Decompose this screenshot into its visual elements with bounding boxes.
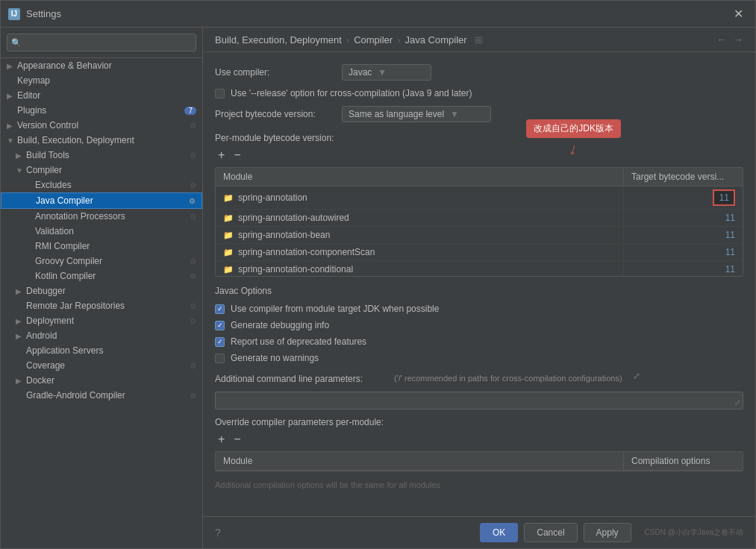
search-input[interactable] bbox=[7, 34, 196, 51]
nav-back-button[interactable]: ← bbox=[716, 34, 727, 46]
checkmark-icon: ✓ bbox=[217, 338, 223, 345]
sidebar-item-excludes[interactable]: Excludes ⚙ bbox=[1, 178, 202, 192]
compiler-dropdown[interactable]: Javac ▼ bbox=[342, 64, 431, 81]
expand-arrow-icon: ▶ bbox=[16, 151, 23, 160]
dialog-footer: ? OK Cancel Apply CSDN @小白学Java之卷不动 bbox=[203, 516, 755, 548]
module-cell: 📁 spring-annotation-componentScan bbox=[216, 244, 623, 260]
option-use-compiler-label: Use compiler from module target JDK when… bbox=[231, 304, 439, 314]
sidebar-item-label: Java Compiler bbox=[36, 195, 93, 206]
sidebar-item-remote-jar[interactable]: Remote Jar Repositories ⚙ bbox=[1, 298, 202, 313]
sidebar-item-label: Excludes bbox=[35, 180, 72, 190]
module-cell: 📁 spring-annotation-conditional bbox=[216, 261, 623, 276]
settings-icon: ⚙ bbox=[190, 151, 196, 160]
sidebar-item-compiler[interactable]: ▼ Compiler bbox=[1, 163, 202, 178]
dialog-content: 🔍 ▶ Appearance & Behavior Keymap ▶ Edito… bbox=[1, 28, 755, 548]
dropdown-arrow-icon: ▼ bbox=[378, 67, 387, 78]
sidebar-item-docker[interactable]: ▶ Docker bbox=[1, 373, 202, 388]
override-toolbar: + − bbox=[215, 432, 743, 447]
sidebar-item-build-tools[interactable]: ▶ Build Tools ⚙ bbox=[1, 148, 202, 163]
per-module-toolbar: + − bbox=[215, 148, 743, 163]
table-body: 📁 spring-annotation 11 📁 spring-annotati… bbox=[216, 186, 743, 276]
target-cell: 11 bbox=[623, 210, 743, 226]
per-module-table: Module Target bytecode versi... 📁 spring… bbox=[215, 167, 743, 277]
override-label: Override compiler parameters per-module: bbox=[215, 417, 743, 427]
expand-arrow-icon: ▼ bbox=[7, 137, 14, 145]
option-deprecated-checkbox[interactable]: ✓ bbox=[215, 337, 225, 347]
sidebar-item-kotlin-compiler[interactable]: Kotlin Compiler ⚙ bbox=[1, 269, 202, 283]
target-cell: 11 bbox=[623, 244, 743, 260]
nav-forward-button[interactable]: → bbox=[733, 34, 743, 46]
module-icon: 📁 bbox=[223, 213, 234, 223]
remove-override-button[interactable]: − bbox=[231, 432, 243, 447]
sidebar-item-deployment[interactable]: ▶ Deployment ⚙ bbox=[1, 313, 202, 328]
sidebar-item-annotation-processors[interactable]: Annotation Processors ⚙ bbox=[1, 209, 202, 224]
apply-button[interactable]: Apply bbox=[584, 523, 631, 542]
nav-arrows: ← → bbox=[716, 34, 743, 46]
expand-arrow-icon: ▶ bbox=[16, 317, 23, 325]
expand-arrow-icon: ▶ bbox=[16, 287, 23, 295]
option-debug-checkbox[interactable]: ✓ bbox=[215, 321, 225, 330]
table-row[interactable]: 📁 spring-annotation-conditional 11 bbox=[216, 261, 743, 276]
remove-module-button[interactable]: − bbox=[231, 148, 243, 163]
table-row[interactable]: 📁 spring-annotation-componentScan 11 bbox=[216, 244, 743, 261]
sidebar-item-android[interactable]: ▶ Android bbox=[1, 328, 202, 343]
expand-params-button[interactable]: ⤢ bbox=[633, 371, 640, 381]
module-icon: 📁 bbox=[223, 193, 234, 203]
cancel-button[interactable]: Cancel bbox=[524, 523, 577, 542]
sidebar-item-label: Groovy Compiler bbox=[35, 256, 102, 266]
settings-icon: ⚙ bbox=[190, 213, 196, 221]
title-bar: IJ Settings ✕ bbox=[1, 1, 755, 28]
release-option-checkbox[interactable] bbox=[215, 89, 225, 98]
sidebar-item-label: Android bbox=[26, 330, 57, 341]
search-icon: 🔍 bbox=[11, 38, 22, 48]
breadcrumb-bar: Build, Execution, Deployment › Compiler … bbox=[203, 28, 755, 52]
checkmark-icon: ✓ bbox=[217, 305, 223, 313]
expand-icon: ⤢ bbox=[734, 398, 740, 407]
sidebar-item-label: Coverage bbox=[26, 360, 65, 371]
sidebar-item-version-control[interactable]: ▶ Version Control ⚙ bbox=[1, 118, 202, 133]
sidebar-item-java-compiler[interactable]: Java Compiler ⚙ bbox=[1, 192, 202, 209]
sidebar-item-label: RMI Compiler bbox=[35, 241, 90, 251]
module-cell: 📁 spring-annotation-autowired bbox=[216, 210, 623, 226]
plugins-badge: 7 bbox=[184, 107, 196, 115]
sidebar-item-build-exec[interactable]: ▼ Build, Execution, Deployment bbox=[1, 133, 202, 148]
sidebar-item-coverage[interactable]: Coverage ⚙ bbox=[1, 358, 202, 373]
checkmark-icon: ✓ bbox=[217, 321, 223, 329]
table-row[interactable]: 📁 spring-annotation 11 bbox=[216, 186, 743, 210]
breadcrumb-separator: › bbox=[346, 34, 349, 46]
add-override-button[interactable]: + bbox=[215, 432, 228, 447]
cmd-params-input[interactable] bbox=[215, 392, 743, 410]
sidebar-item-label: Plugins bbox=[17, 105, 46, 116]
option-debug-row: ✓ Generate debugging info bbox=[215, 320, 743, 330]
sidebar-item-groovy-compiler[interactable]: Groovy Compiler ⚙ bbox=[1, 254, 202, 269]
table-row[interactable]: 📁 spring-annotation-bean 11 bbox=[216, 227, 743, 244]
expand-arrow-icon: ▶ bbox=[7, 92, 14, 100]
target-cell: 11 bbox=[623, 261, 743, 276]
dropdown-arrow-icon-2: ▼ bbox=[450, 109, 459, 119]
option-no-warnings-checkbox[interactable] bbox=[215, 354, 225, 363]
settings-icon: ⚙ bbox=[190, 257, 196, 266]
sidebar-item-editor[interactable]: ▶ Editor bbox=[1, 88, 202, 103]
sidebar-item-label: Kotlin Compiler bbox=[35, 271, 96, 281]
help-icon[interactable]: ? bbox=[215, 527, 221, 539]
close-button[interactable]: ✕ bbox=[729, 5, 748, 22]
sidebar-item-validation[interactable]: Validation bbox=[1, 224, 202, 239]
expand-arrow-icon: ▶ bbox=[7, 122, 14, 130]
expand-arrow-icon: ▶ bbox=[7, 62, 14, 70]
sidebar-item-appearance[interactable]: ▶ Appearance & Behavior bbox=[1, 58, 202, 73]
sidebar-item-plugins[interactable]: Plugins 7 bbox=[1, 103, 202, 118]
bytecode-version-dropdown[interactable]: Same as language level ▼ bbox=[342, 106, 491, 122]
sidebar-item-app-servers[interactable]: Application Servers bbox=[1, 343, 202, 358]
table-row[interactable]: 📁 spring-annotation-autowired 11 bbox=[216, 210, 743, 227]
search-wrap: 🔍 bbox=[7, 34, 196, 51]
table-header: Module Target bytecode versi... bbox=[216, 168, 743, 186]
settings-icon: ⚙ bbox=[189, 197, 196, 205]
sidebar-item-debugger[interactable]: ▶ Debugger bbox=[1, 283, 202, 298]
sidebar-item-rmi-compiler[interactable]: RMI Compiler bbox=[1, 239, 202, 254]
ok-button[interactable]: OK bbox=[480, 523, 518, 542]
add-module-button[interactable]: + bbox=[215, 148, 228, 163]
col-module-header: Module bbox=[216, 168, 623, 186]
option-use-compiler-checkbox[interactable]: ✓ bbox=[215, 304, 225, 314]
sidebar-item-gradle-android[interactable]: Gradle-Android Compiler ⚙ bbox=[1, 388, 202, 403]
sidebar-item-keymap[interactable]: Keymap bbox=[1, 73, 202, 88]
